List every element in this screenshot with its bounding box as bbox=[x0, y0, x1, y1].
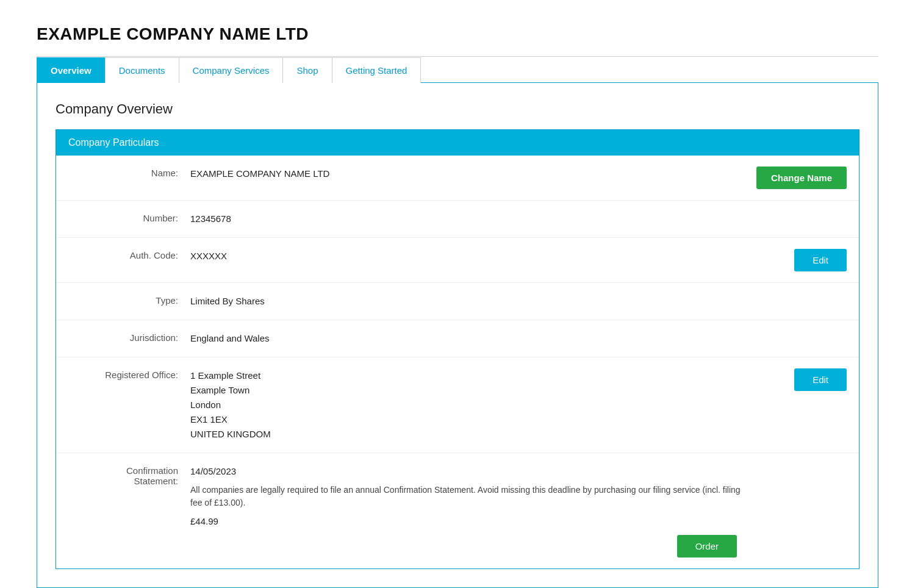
content-area: Company Overview Company Particulars Nam… bbox=[37, 82, 878, 588]
number-label: Number: bbox=[68, 212, 190, 223]
confirmation-price: £44.99 bbox=[190, 514, 749, 529]
particulars-body: Name: EXAMPLE COMPANY NAME LTD Change Na… bbox=[56, 156, 859, 568]
registered-office-row: Registered Office: 1 Example Street Exam… bbox=[56, 357, 859, 453]
name-label: Name: bbox=[68, 167, 190, 178]
particulars-card: Company Particulars Name: EXAMPLE COMPAN… bbox=[56, 129, 859, 569]
name-action: Change Name bbox=[744, 167, 847, 189]
auth-code-label: Auth. Code: bbox=[68, 249, 190, 260]
tab-company-services[interactable]: Company Services bbox=[179, 57, 284, 83]
number-value: 12345678 bbox=[190, 212, 749, 226]
confirmation-statement-row: Confirmation Statement: 14/05/2023 All c… bbox=[56, 453, 859, 568]
number-row: Number: 12345678 bbox=[56, 201, 859, 238]
jurisdiction-label: Jurisdiction: bbox=[68, 331, 190, 343]
jurisdiction-value: England and Wales bbox=[190, 331, 749, 346]
tabs-nav: Overview Documents Company Services Shop… bbox=[37, 57, 878, 82]
company-title: EXAMPLE COMPANY NAME LTD bbox=[37, 24, 878, 44]
type-label: Type: bbox=[68, 294, 190, 306]
auth-code-edit-button[interactable]: Edit bbox=[794, 249, 847, 271]
order-button[interactable]: Order bbox=[677, 535, 737, 558]
type-row: Type: Limited By Shares bbox=[56, 283, 859, 320]
confirmation-note: All companies are legally required to fi… bbox=[190, 484, 749, 509]
registered-office-edit-button[interactable]: Edit bbox=[794, 368, 847, 391]
tab-getting-started[interactable]: Getting Started bbox=[332, 57, 422, 83]
confirmation-date: 14/05/2023 bbox=[190, 464, 749, 479]
auth-code-value: XXXXXX bbox=[190, 249, 749, 264]
auth-code-action: Edit bbox=[749, 249, 847, 271]
auth-code-row: Auth. Code: XXXXXX Edit bbox=[56, 238, 859, 283]
change-name-button[interactable]: Change Name bbox=[756, 167, 847, 189]
section-title: Company Overview bbox=[56, 101, 859, 117]
particulars-header: Company Particulars bbox=[56, 130, 859, 156]
registered-office-label: Registered Office: bbox=[68, 368, 190, 380]
tab-shop[interactable]: Shop bbox=[282, 57, 332, 83]
registered-office-action: Edit bbox=[749, 368, 847, 391]
name-value: EXAMPLE COMPANY NAME LTD bbox=[190, 167, 744, 181]
type-value: Limited By Shares bbox=[190, 294, 749, 309]
tab-documents[interactable]: Documents bbox=[105, 57, 179, 83]
confirmation-statement-value: 14/05/2023 All companies are legally req… bbox=[190, 464, 749, 558]
tab-overview[interactable]: Overview bbox=[37, 57, 106, 83]
confirmation-statement-label: Confirmation Statement: bbox=[68, 464, 190, 486]
registered-office-value: 1 Example Street Example Town London EX1… bbox=[190, 368, 749, 442]
jurisdiction-row: Jurisdiction: England and Wales bbox=[56, 320, 859, 357]
name-row: Name: EXAMPLE COMPANY NAME LTD Change Na… bbox=[56, 156, 859, 201]
